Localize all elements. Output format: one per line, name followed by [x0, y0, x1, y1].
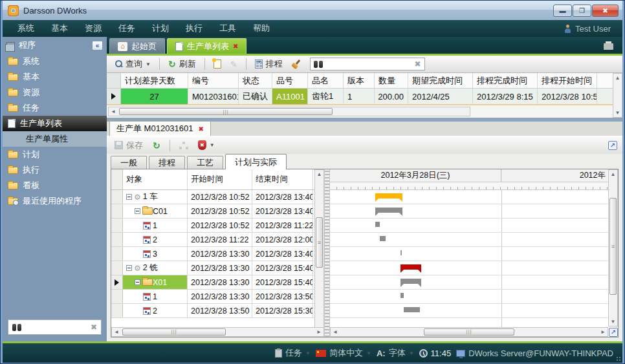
gantt-bar[interactable]: [400, 250, 402, 255]
validate-dropdown-icon[interactable]: ▼: [210, 142, 215, 148]
subtab-item[interactable]: 一般: [111, 156, 147, 169]
tree-object-cell[interactable]: ⚙1 车: [123, 190, 188, 204]
grid-header-cell[interactable]: 期望完成时间: [408, 73, 473, 88]
menu-item[interactable]: 帮助: [245, 23, 278, 34]
grid-cell[interactable]: 2012/4/25: [408, 89, 473, 104]
popout-icon[interactable]: ↗: [609, 328, 618, 337]
expand-collapse-icon[interactable]: [135, 279, 140, 285]
new-button[interactable]: [211, 58, 224, 70]
sidebar-item[interactable]: 生产单列表: [3, 116, 107, 131]
tree-header-cell[interactable]: 结束时间: [252, 169, 313, 189]
menu-item[interactable]: 执行: [177, 23, 211, 34]
gantt-bar[interactable]: [400, 264, 421, 270]
refresh-button[interactable]: ↻ 刷新: [166, 57, 199, 71]
tree-object-cell[interactable]: 2: [123, 233, 188, 246]
chevron-down-icon[interactable]: ▼: [409, 350, 414, 356]
grid-cell[interactable]: 齿轮1: [308, 89, 344, 104]
grid-cell[interactable]: 27: [121, 89, 188, 104]
tree-object-cell[interactable]: 2: [123, 304, 188, 317]
tree-object-cell[interactable]: ⚙2 铣: [123, 261, 188, 275]
tree-row[interactable]: 12012/3/28 13:302012/3/28 13:50: [111, 290, 314, 304]
scroll-down-icon[interactable]: ▼: [613, 109, 622, 117]
sidebar-item[interactable]: 看板: [3, 178, 107, 193]
sidebar-item[interactable]: 基本: [3, 69, 107, 85]
tree-row[interactable]: 22012/3/28 11:222012/3/28 12:00: [111, 233, 314, 247]
sidebar-item[interactable]: 最近使用的程序: [3, 193, 107, 209]
menu-item[interactable]: 资源: [76, 23, 110, 34]
scroll-up-icon[interactable]: ▲: [315, 170, 323, 178]
gantt-bar[interactable]: [380, 236, 386, 241]
sidebar-collapse-button[interactable]: «: [92, 41, 103, 50]
sidebar-search-box[interactable]: ✖: [8, 319, 102, 335]
gantt-bar[interactable]: [375, 222, 380, 227]
grid-header-cell[interactable]: 数量: [375, 73, 408, 88]
menu-item[interactable]: 基本: [43, 23, 76, 34]
grid-search-box[interactable]: ✖: [310, 58, 425, 70]
grid-header-cell[interactable]: 计划差异天数: [121, 73, 188, 88]
schedule-button[interactable]: 排程: [252, 57, 285, 71]
tab-close-icon[interactable]: ✖: [233, 43, 238, 50]
tree-row[interactable]: ⚙2 铣2012/3/28 13:302012/3/28 15:40: [111, 261, 314, 275]
menu-item[interactable]: 计划: [144, 23, 177, 34]
hierarchy-button[interactable]: [177, 140, 191, 151]
scroll-up-icon[interactable]: ▲: [609, 170, 617, 178]
detail-tab-close-icon[interactable]: ✖: [199, 125, 204, 133]
tree-row[interactable]: C012012/3/28 10:522012/3/28 13:40: [111, 204, 314, 219]
subtab-active[interactable]: 计划与实际: [225, 154, 287, 169]
gantt-bar[interactable]: [404, 307, 420, 312]
grid-vertical-scrollbar[interactable]: ▲ ▼: [613, 73, 622, 118]
tab-production-order-list[interactable]: 生产单列表 ✖: [167, 38, 247, 54]
sidebar-item[interactable]: 任务: [3, 100, 107, 116]
scroll-left-icon[interactable]: ◄: [109, 107, 118, 116]
validate-button[interactable]: ✖ ▼: [195, 139, 217, 151]
edit-button[interactable]: ✎: [228, 58, 240, 70]
gantt-vertical-scrollbar[interactable]: ▲ ▼: [608, 169, 618, 327]
menu-item[interactable]: 任务: [110, 23, 144, 34]
tree-horizontal-scrollbar[interactable]: ◄ ►: [111, 327, 324, 337]
grid-header-cell[interactable]: 排程开始时间: [538, 73, 597, 88]
grid-cell[interactable]: 2012/3/28 10:52: [538, 89, 597, 104]
menu-item[interactable]: 工具: [211, 23, 245, 34]
scroll-right-icon[interactable]: ►: [314, 328, 323, 336]
maximize-button[interactable]: ❐: [573, 5, 591, 17]
grid-cell[interactable]: 200.00: [375, 89, 408, 104]
tree-header-cell[interactable]: 开始时间: [188, 169, 252, 189]
sidebar-item[interactable]: 资源: [3, 85, 107, 100]
expand-collapse-icon[interactable]: [135, 208, 140, 214]
expand-collapse-icon[interactable]: [126, 194, 132, 200]
tree-object-cell[interactable]: X01: [123, 275, 188, 289]
tab-start-page[interactable]: ⌂ 起始页: [109, 38, 165, 54]
query-button[interactable]: 查询 ▼: [112, 57, 153, 71]
minimize-button[interactable]: ▬: [553, 5, 572, 17]
subtab-item[interactable]: 工艺: [187, 156, 223, 169]
grid-search-input[interactable]: [326, 59, 411, 69]
tree-row[interactable]: X012012/3/28 13:302012/3/28 15:40: [111, 275, 314, 290]
gantt-bar[interactable]: [400, 279, 421, 284]
gantt-bar[interactable]: [375, 193, 402, 198]
gantt-horizontal-scrollbar[interactable]: ◄ ►: [330, 327, 608, 337]
grid-horizontal-scrollbar[interactable]: ◄: [108, 107, 470, 116]
tree-vertical-scrollbar[interactable]: ▲ ▼: [314, 169, 324, 337]
tree-object-cell[interactable]: 3: [123, 247, 188, 261]
grid-cell[interactable]: M012031601: [188, 89, 239, 104]
scroll-up-icon[interactable]: ▲: [613, 74, 622, 82]
grid-header-cell[interactable]: 品名: [308, 73, 344, 88]
detail-tab-production-order[interactable]: 生产单 M012031601 ✖: [109, 121, 211, 136]
tree-row[interactable]: 12012/3/28 10:522012/3/28 11:22: [111, 219, 314, 233]
scroll-left-icon[interactable]: ◄: [331, 328, 340, 336]
tree-row[interactable]: ⚙1 车2012/3/28 10:522012/3/28 13:40: [111, 190, 314, 204]
menu-item[interactable]: 系统: [9, 23, 43, 34]
sidebar-item[interactable]: 计划: [3, 147, 107, 162]
detail-refresh-button[interactable]: ↻: [150, 140, 163, 151]
grid-cell[interactable]: 已确认: [239, 89, 272, 104]
clear-search-icon[interactable]: ✖: [415, 59, 421, 69]
subtab-item[interactable]: 排程: [149, 156, 185, 169]
chevron-down-icon[interactable]: ▼: [366, 350, 371, 356]
printer-icon[interactable]: [604, 43, 613, 50]
tree-row[interactable]: 32012/3/28 13:302012/3/28 13:40: [111, 247, 314, 261]
popout-icon[interactable]: ↗: [608, 141, 617, 150]
query-dropdown-icon[interactable]: ▼: [146, 61, 151, 67]
gantt-bar[interactable]: [400, 293, 404, 298]
status-language-selector[interactable]: 简体中文 ▼: [316, 347, 371, 359]
sidebar-item[interactable]: 执行: [3, 162, 107, 178]
